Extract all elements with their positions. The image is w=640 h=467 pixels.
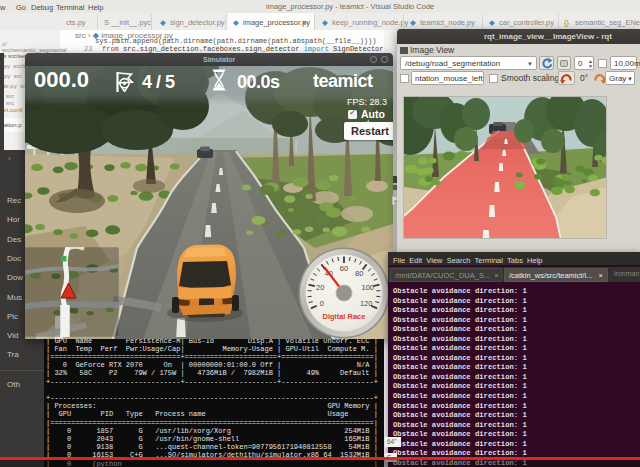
svg-text:20: 20 xyxy=(316,283,324,292)
svg-text:Digital Race: Digital Race xyxy=(323,312,366,321)
svg-text:80: 80 xyxy=(355,269,363,278)
svg-text:120: 120 xyxy=(360,299,373,308)
svg-text:0: 0 xyxy=(320,299,324,308)
svg-text:100: 100 xyxy=(362,283,375,292)
svg-text:60: 60 xyxy=(340,264,348,273)
